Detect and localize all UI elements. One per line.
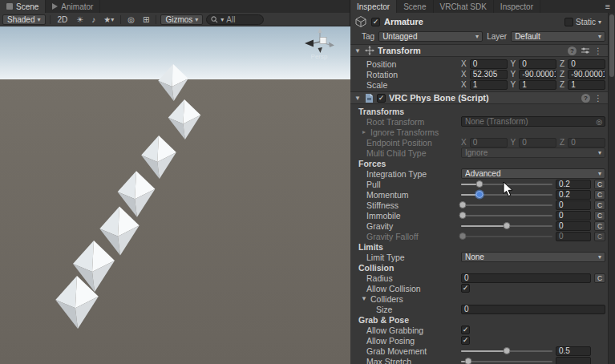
root-transform-object-field[interactable]: None (Transform) ◎	[461, 116, 605, 127]
toolbar-divider	[156, 15, 156, 24]
allow-collision-checkbox[interactable]: ✓	[461, 284, 470, 293]
projection-mode-label[interactable]: Persp	[301, 53, 337, 60]
position-z-field[interactable]: 0	[568, 59, 605, 69]
foldout-closed-icon[interactable]: ▸	[360, 128, 368, 135]
scale-y-field[interactable]: 1	[519, 80, 556, 90]
immobile-value-field[interactable]: 0	[556, 211, 591, 220]
max-stretch-value-field[interactable]	[556, 357, 591, 364]
lighting-toggle-icon[interactable]: ☀	[74, 14, 86, 25]
section-limits: Limits	[350, 241, 615, 252]
stiffness-slider-thumb[interactable]	[459, 201, 467, 208]
stiffness-slider[interactable]	[461, 200, 552, 210]
position-x-field[interactable]: 0	[470, 59, 508, 69]
immobile-curve-button[interactable]: C	[594, 211, 605, 220]
effects-dropdown-icon[interactable]: ★▾	[101, 14, 116, 25]
shading-mode-dropdown[interactable]: Shaded ▾	[2, 14, 46, 25]
object-picker-icon[interactable]: ◎	[596, 118, 602, 126]
pull-value-field[interactable]: 0.2	[556, 180, 591, 189]
gravity-slider-thumb[interactable]	[504, 222, 511, 229]
octahedron-bone[interactable]	[141, 135, 176, 179]
gravity-falloff-curve-button: C	[594, 232, 605, 241]
radius-curve-button[interactable]: C	[594, 273, 605, 283]
allow-grabbing-checkbox[interactable]: ✓	[461, 326, 470, 334]
pull-curve-button[interactable]: C	[594, 180, 605, 189]
scene-viewport[interactable]: Persp	[0, 26, 350, 364]
stiffness-value-field[interactable]: 0	[556, 200, 591, 210]
tab-scene[interactable]: Scene	[0, 0, 46, 13]
colliders-size-field[interactable]: 0	[461, 305, 605, 314]
pull-slider-thumb[interactable]	[475, 180, 483, 188]
physbone-component-header[interactable]: ▼ ✓ VRC Phys Bone (Script) ? ⋮	[350, 91, 615, 104]
rotation-x-field[interactable]: 52.305	[470, 70, 508, 79]
allow-posing-checkbox[interactable]: ✓	[461, 336, 470, 345]
gravity-value-field[interactable]: 0	[556, 221, 591, 231]
integration-type-dropdown[interactable]: Advanced ▾	[461, 168, 605, 179]
tab-animator[interactable]: Animator	[46, 0, 100, 13]
static-checkbox[interactable]	[564, 18, 573, 26]
grab-movement-value-field[interactable]: 0.5	[556, 346, 591, 356]
help-icon[interactable]: ?	[581, 94, 590, 103]
grab-movement-slider[interactable]	[461, 346, 552, 356]
limit-type-dropdown[interactable]: None ▾	[461, 252, 605, 262]
gravity-slider[interactable]	[461, 220, 552, 231]
stiffness-curve-button[interactable]: C	[594, 200, 605, 210]
rotation-row: Rotation X 52.305 Y -90.00001 Z -90.0000…	[350, 69, 615, 79]
momentum-slider-thumb[interactable]	[475, 191, 483, 198]
unity-editor: Scene Animator Shaded ▾ 2D ☀ ♪ ★▾ ◎ ⊞	[0, 0, 615, 364]
scene-tabbar: Scene Animator	[0, 0, 350, 13]
scene-orientation-gizmo[interactable]	[300, 26, 340, 55]
section-transforms: Transforms	[350, 106, 615, 116]
scene-search-input[interactable]: ▾ All	[206, 14, 264, 25]
scale-x-field[interactable]: 1	[470, 80, 508, 90]
gameobject-active-checkbox[interactable]: ✓	[371, 18, 380, 26]
foldout-open-icon[interactable]: ▼	[354, 47, 362, 55]
audio-toggle-icon[interactable]: ♪	[89, 14, 98, 25]
preset-icon[interactable]	[581, 47, 590, 55]
2d-toggle-button[interactable]: 2D	[55, 14, 71, 25]
ignore-transforms-row[interactable]: ▸ Ignore Transforms	[350, 127, 615, 137]
grid-visibility-icon[interactable]: ⊞	[140, 14, 152, 25]
tag-dropdown[interactable]: Untagged ▾	[378, 31, 483, 42]
momentum-slider[interactable]	[461, 189, 552, 200]
layer-dropdown[interactable]: Default ▾	[511, 31, 605, 42]
colliders-foldout-row[interactable]: ▼ Colliders	[350, 293, 615, 304]
grab-movement-slider-thumb[interactable]	[504, 347, 511, 354]
scale-z-field[interactable]: 1	[568, 80, 605, 90]
help-icon[interactable]: ?	[568, 47, 577, 55]
max-stretch-slider[interactable]	[461, 356, 552, 364]
rotation-y-field[interactable]: -90.00001	[519, 70, 556, 79]
hidden-objects-icon[interactable]: ◎	[125, 14, 137, 25]
foldout-open-icon[interactable]: ▼	[354, 95, 362, 102]
immobile-slider-thumb[interactable]	[459, 212, 467, 219]
physbone-enabled-checkbox[interactable]: ✓	[377, 94, 386, 103]
static-flags-control[interactable]: Static ▾	[564, 18, 601, 26]
tab-list-menu-icon[interactable]: ≡	[601, 0, 615, 13]
radius-value-field[interactable]: 0	[461, 273, 591, 283]
octahedron-bone[interactable]	[99, 207, 139, 256]
octahedron-bone[interactable]	[158, 64, 188, 101]
pull-slider[interactable]	[461, 179, 552, 189]
foldout-open-icon[interactable]: ▼	[360, 295, 368, 302]
immobile-slider[interactable]	[461, 210, 552, 220]
gravity-curve-button[interactable]: C	[594, 221, 605, 231]
momentum-value-field[interactable]: 0.2	[556, 190, 591, 200]
octahedron-bone[interactable]	[168, 99, 201, 140]
gizmos-dropdown[interactable]: Gizmos ▾	[160, 14, 203, 25]
momentum-curve-button[interactable]: C	[594, 190, 605, 200]
position-y-field[interactable]: 0	[519, 59, 556, 69]
static-dropdown-chevron-icon[interactable]: ▾	[598, 18, 601, 26]
tab-inspector-2[interactable]: Inspector	[494, 0, 540, 13]
gameobject-name-field[interactable]: Armature	[384, 17, 560, 26]
tab-scene-2[interactable]: Scene	[397, 0, 433, 13]
transform-component-header[interactable]: ▼ Transform ? ⋮	[350, 44, 615, 57]
allow-posing-row: Allow Posing ✓	[350, 335, 615, 346]
max-stretch-slider-thumb[interactable]	[465, 358, 472, 364]
tab-inspector[interactable]: Inspector	[350, 0, 397, 13]
kebab-menu-icon[interactable]: ⋮	[594, 94, 602, 103]
inspector-scrollbar[interactable]	[608, 13, 615, 364]
scrollbar-thumb[interactable]	[609, 14, 614, 77]
tab-vrchat-sdk[interactable]: VRChat SDK	[434, 0, 494, 13]
rotation-z-field[interactable]: -90.00001	[568, 70, 605, 79]
kebab-menu-icon[interactable]: ⋮	[594, 47, 602, 55]
integration-type-row: Integration Type Advanced ▾	[350, 168, 615, 179]
